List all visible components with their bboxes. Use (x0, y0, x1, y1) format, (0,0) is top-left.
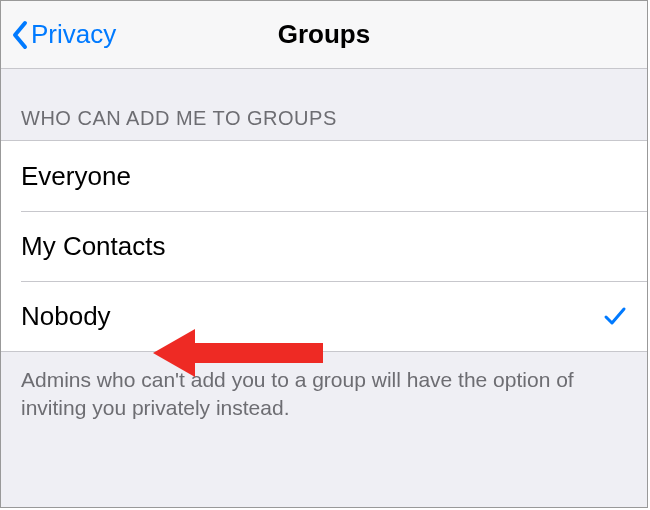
section-footer: Admins who can't add you to a group will… (1, 352, 647, 437)
section-header: WHO CAN ADD ME TO GROUPS (1, 69, 647, 140)
settings-screen: Privacy Groups WHO CAN ADD ME TO GROUPS … (0, 0, 648, 508)
option-everyone[interactable]: Everyone (1, 141, 647, 211)
option-nobody[interactable]: Nobody (1, 281, 647, 351)
navbar: Privacy Groups (1, 1, 647, 69)
option-label: Nobody (21, 301, 111, 332)
option-label: My Contacts (21, 231, 166, 262)
back-button[interactable]: Privacy (11, 19, 116, 50)
options-list: Everyone My Contacts Nobody (1, 140, 647, 352)
chevron-left-icon (11, 20, 29, 50)
back-label: Privacy (31, 19, 116, 50)
option-my-contacts[interactable]: My Contacts (1, 211, 647, 281)
checkmark-icon (603, 304, 627, 328)
option-label: Everyone (21, 161, 131, 192)
